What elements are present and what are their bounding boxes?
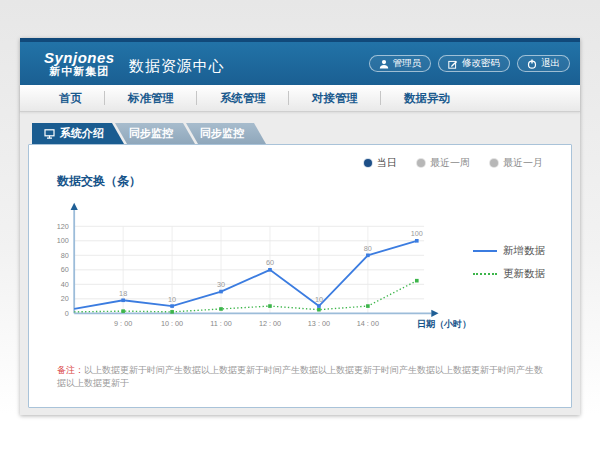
nav-item-label: 首页	[59, 91, 82, 106]
svg-text:10 : 00: 10 : 00	[161, 319, 183, 328]
chart-area: 0204060801001209 : 0010 : 0011 : 0012 : …	[29, 192, 571, 344]
legend-item-0[interactable]: 新增数据	[473, 244, 567, 258]
svg-text:30: 30	[217, 280, 225, 289]
tab-label: 同步监控	[200, 123, 244, 144]
radio-icon	[364, 159, 372, 167]
main-nav: 首页标准管理系统管理对接管理数据异动	[20, 85, 580, 112]
line-chart: 0204060801001209 : 0010 : 0011 : 0012 : …	[47, 192, 473, 344]
radio-label: 当日	[377, 156, 397, 170]
svg-text:11 : 00: 11 : 00	[210, 319, 232, 328]
legend-label: 新增数据	[503, 244, 545, 258]
svg-text:10: 10	[168, 295, 176, 304]
app-header: Synjones 新中新集团 数据资源中心 管理员修改密码退出	[20, 38, 580, 85]
action-label: 管理员	[393, 57, 422, 70]
tab-sync-monitor-2[interactable]: 同步监控	[186, 123, 266, 144]
nav-item-label: 对接管理	[312, 91, 358, 106]
svg-text:120: 120	[57, 222, 69, 231]
logout-button[interactable]: 退出	[517, 55, 570, 72]
tab-system-intro[interactable]: 系统介绍	[32, 123, 124, 144]
radio-label: 最近一周	[430, 156, 470, 170]
footnote-label: 备注：	[57, 365, 84, 375]
nav-item-standard-management[interactable]: 标准管理	[105, 85, 197, 111]
svg-text:14 : 00: 14 : 00	[357, 319, 379, 328]
page-title: 数据资源中心	[129, 57, 225, 76]
nav-item-home[interactable]: 首页	[36, 85, 105, 111]
legend-swatch	[473, 273, 497, 275]
chart-legend: 新增数据更新数据	[473, 192, 567, 344]
svg-text:13 : 00: 13 : 00	[308, 319, 330, 328]
action-label: 修改密码	[462, 57, 500, 70]
legend-item-1[interactable]: 更新数据	[473, 267, 567, 281]
svg-text:日期（小时）: 日期（小时）	[417, 319, 471, 329]
legend-swatch	[473, 250, 497, 252]
footnote: 备注：以上数据更新于时间产生数据以上数据更新于时间产生数据以上数据更新于时间产生…	[57, 364, 543, 389]
monitor-icon	[44, 129, 55, 139]
filter-radio-last-month[interactable]: 最近一月	[490, 156, 543, 170]
svg-text:40: 40	[61, 280, 69, 289]
action-label: 退出	[541, 57, 560, 70]
radio-icon	[417, 159, 425, 167]
nav-item-system-management[interactable]: 系统管理	[197, 85, 289, 111]
power-icon	[527, 59, 537, 69]
svg-text:9 : 00: 9 : 00	[114, 319, 132, 328]
admin-user-button[interactable]: 管理员	[369, 55, 432, 72]
svg-text:60: 60	[266, 258, 274, 267]
svg-text:12 : 00: 12 : 00	[259, 319, 281, 328]
nav-item-label: 数据异动	[404, 91, 450, 106]
tab-label: 同步监控	[129, 123, 173, 144]
svg-text:80: 80	[61, 251, 69, 260]
svg-text:20: 20	[61, 294, 69, 303]
tab-label: 系统介绍	[60, 123, 104, 144]
svg-text:0: 0	[65, 309, 69, 318]
footnote-text: 以上数据更新于时间产生数据以上数据更新于时间产生数据以上数据更新于时间产生数据以…	[57, 365, 543, 388]
brand-logo[interactable]: Synjones 新中新集团	[44, 50, 115, 77]
logo-subtext: 新中新集团	[44, 66, 115, 78]
nav-item-docking-management[interactable]: 对接管理	[289, 85, 381, 111]
nav-item-label: 标准管理	[128, 91, 174, 106]
svg-text:100: 100	[57, 236, 69, 245]
time-filter-group: 当日最近一周最近一月	[29, 145, 571, 170]
svg-text:80: 80	[364, 244, 372, 253]
svg-text:60: 60	[61, 265, 69, 274]
desktop-background: Synjones 新中新集团 数据资源中心 管理员修改密码退出 首页标准管理系统…	[0, 0, 600, 450]
nav-item-label: 系统管理	[220, 91, 266, 106]
chart-y-axis-title: 数据交换（条）	[57, 173, 571, 190]
filter-radio-last-week[interactable]: 最近一周	[417, 156, 470, 170]
edit-icon	[448, 59, 458, 69]
radio-label: 最近一月	[503, 156, 543, 170]
nav-item-data-change[interactable]: 数据异动	[381, 85, 473, 111]
content-area: 系统介绍同步监控同步监控 当日最近一周最近一月 数据交换（条） 02040608…	[20, 112, 580, 408]
main-panel: 当日最近一周最近一月 数据交换（条） 0204060801001209 : 00…	[28, 144, 572, 408]
user-icon	[379, 59, 389, 69]
tab-bar: 系统介绍同步监控同步监控	[28, 123, 572, 144]
tab-sync-monitor-1[interactable]: 同步监控	[115, 123, 195, 144]
radio-icon	[490, 159, 498, 167]
svg-text:10: 10	[315, 295, 323, 304]
header-actions: 管理员修改密码退出	[369, 55, 571, 72]
legend-label: 更新数据	[503, 267, 545, 281]
svg-text:18: 18	[119, 289, 127, 298]
logo-text: Synjones	[44, 50, 115, 66]
change-password-button[interactable]: 修改密码	[438, 55, 510, 72]
svg-text:100: 100	[411, 229, 423, 238]
filter-radio-today[interactable]: 当日	[364, 156, 397, 170]
browser-page: Synjones 新中新集团 数据资源中心 管理员修改密码退出 首页标准管理系统…	[20, 38, 580, 415]
